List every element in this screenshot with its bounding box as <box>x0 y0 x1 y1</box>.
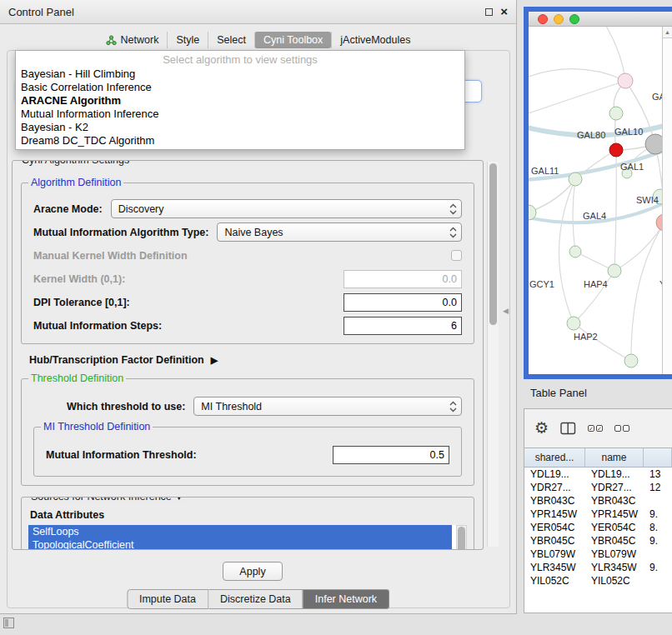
table-cell: YDL19... <box>524 468 585 480</box>
column-header[interactable]: name <box>585 448 644 467</box>
tab-jactivemodules[interactable]: jActiveModules <box>331 32 419 48</box>
algorithm-option[interactable]: Basic Correlation Inference <box>16 81 464 94</box>
manual-kernel-checkbox[interactable] <box>451 250 462 261</box>
hub-section-header[interactable]: Hub/Transcription Factor Definition ▶ <box>29 354 466 366</box>
network-edge <box>604 27 625 81</box>
network-node[interactable] <box>609 143 623 157</box>
network-icon <box>106 35 117 46</box>
node-label: GAL1 <box>620 162 644 172</box>
table-row[interactable]: YDL19...YDL19...13 <box>524 468 672 481</box>
column-header[interactable] <box>644 448 672 467</box>
network-edge <box>574 323 631 361</box>
column-header[interactable]: shared... <box>524 448 585 467</box>
sources-title-label[interactable]: Sources for Network Inference <box>31 497 172 502</box>
table-row[interactable]: YPR145WYPR145W9. <box>524 508 672 521</box>
table-row[interactable]: YLR345WYLR345W9. <box>524 561 672 574</box>
network-node[interactable] <box>624 354 638 368</box>
network-node[interactable] <box>569 246 581 258</box>
checked-boxes-icon[interactable]: ✓✓ <box>588 425 603 432</box>
columns-icon[interactable] <box>560 422 576 435</box>
algorithm-option[interactable]: Bayesian - Hill Climbing <box>16 68 464 81</box>
network-node[interactable] <box>656 214 662 231</box>
table-cell: YBR045C <box>585 535 644 547</box>
network-scrollbar[interactable]: ▲ <box>662 27 672 374</box>
attribute-item[interactable]: SelfLoops <box>28 525 452 538</box>
table-row[interactable]: YBR043CYBR043C <box>524 494 672 508</box>
network-window-titlebar[interactable] <box>529 12 672 27</box>
minimize-traffic-icon[interactable] <box>554 14 564 24</box>
network-node[interactable] <box>569 172 582 186</box>
gear-icon[interactable]: ⚙ <box>534 420 549 437</box>
float-window-icon[interactable] <box>485 8 493 16</box>
network-node[interactable] <box>567 317 580 330</box>
select-arrows-icon <box>449 227 457 238</box>
table-row[interactable]: YDR27...YDR27...12 <box>524 481 672 494</box>
apply-button[interactable]: Apply <box>223 562 283 581</box>
mi-threshold-row: Mutual Information Threshold: <box>46 445 449 464</box>
which-threshold-row: Which threshold to use: MI Threshold <box>33 397 462 416</box>
mi-steps-row: Mutual Information Steps: <box>33 316 462 335</box>
settings-scrollbar[interactable] <box>487 162 499 547</box>
table-cell: 9. <box>644 535 672 547</box>
algorithm-option[interactable]: Dream8 DC_TDC Algorithm <box>16 134 464 148</box>
network-node[interactable] <box>618 73 633 88</box>
table-row[interactable]: YBR045CYBR045C9. <box>524 534 672 548</box>
tab-label: Style <box>176 34 199 46</box>
table-cell: YBR043C <box>585 495 644 507</box>
table-body: YDL19...YDL19...13YDR27...YDR27...12YBR0… <box>524 468 672 612</box>
table-header-row: shared...name <box>524 448 672 468</box>
close-icon[interactable]: × <box>500 6 508 18</box>
table-panel-window: ⚙ ✓✓ shared...name YDL19...YDL19...13YDR… <box>524 408 672 613</box>
network-edge <box>529 69 625 81</box>
which-threshold-select[interactable]: MI Threshold <box>193 397 462 416</box>
unchecked-boxes-icon[interactable] <box>614 425 629 432</box>
tab-style[interactable]: Style <box>167 32 208 48</box>
tab-discretize-data[interactable]: Discretize Data <box>208 589 303 609</box>
algorithm-popup-placeholder[interactable]: Select algorithm to view settings <box>16 52 464 68</box>
aracne-mode-select[interactable]: Discovery <box>111 199 462 218</box>
tab-label: Cyni Toolbox <box>263 34 323 46</box>
network-node[interactable] <box>608 264 621 278</box>
dpi-tolerance-row: DPI Tolerance [0,1]: <box>33 292 462 312</box>
mi-steps-label: Mutual Information Steps: <box>33 320 162 332</box>
algorithm-option[interactable]: Mutual Information Inference <box>16 108 464 121</box>
table-row[interactable]: YBL079WYBL079W <box>524 548 672 561</box>
tab-network[interactable]: Network <box>98 32 168 48</box>
which-threshold-label: Which threshold to use: <box>67 401 185 412</box>
attributes-scrollbar[interactable] <box>456 525 467 550</box>
node-label: SWI4 <box>636 195 659 205</box>
algorithm-option[interactable]: Bayesian - K2 <box>16 121 464 134</box>
settings-scroll-thumb[interactable] <box>489 163 497 325</box>
network-node[interactable] <box>645 134 662 154</box>
table-toolbar: ⚙ ✓✓ <box>524 409 672 448</box>
attribute-item[interactable]: TopologicalCoefficient <box>28 538 452 550</box>
dpi-tolerance-input[interactable] <box>344 293 462 312</box>
settings-group-title: Cyni Algorithm Settings <box>19 160 132 167</box>
cyni-algorithm-settings-group: Cyni Algorithm Settings Algorithm Defini… <box>12 160 484 550</box>
tab-impute-data[interactable]: Impute Data <box>127 589 208 609</box>
kernel-width-input[interactable] <box>344 270 462 288</box>
mi-type-select[interactable]: Naive Bayes <box>217 222 462 242</box>
table-row[interactable]: YIL052CYIL052C <box>524 574 672 588</box>
mi-steps-input[interactable] <box>344 317 462 335</box>
show-panel-icon[interactable] <box>3 618 14 628</box>
attributes-scroll-thumb[interactable] <box>458 527 465 550</box>
zoom-traffic-icon[interactable] <box>569 14 579 24</box>
desktop: Control Panel × NetworkStyleSelectCyni T… <box>0 0 672 635</box>
mi-type-value: Naive Bayes <box>224 227 449 238</box>
splitter-arrow-icon[interactable]: ◀ <box>503 307 509 315</box>
data-attributes-listwrap: SelfLoopsTopologicalCoefficientBetweenne… <box>28 525 467 550</box>
close-traffic-icon[interactable] <box>538 14 548 24</box>
scroll-up-icon[interactable]: ▲ <box>663 27 672 38</box>
mi-threshold-input[interactable] <box>333 446 449 464</box>
expand-arrow-icon: ▶ <box>211 355 218 366</box>
table-cell: YLR345W <box>585 562 644 573</box>
algorithm-option[interactable]: ARACNE Algorithm <box>16 94 464 108</box>
tab-cyni-toolbox[interactable]: Cyni Toolbox <box>254 32 331 48</box>
tab-select[interactable]: Select <box>208 32 254 48</box>
network-node[interactable] <box>609 107 623 120</box>
tab-label: jActiveModules <box>340 34 410 46</box>
tab-infer-network[interactable]: Infer Network <box>303 589 389 609</box>
table-row[interactable]: YER054CYER054C8. <box>524 521 672 534</box>
network-canvas[interactable]: GAL8GAL80GAL10GAL11GAL1SWI4GAL4GCY1HAP4Y… <box>529 27 672 374</box>
